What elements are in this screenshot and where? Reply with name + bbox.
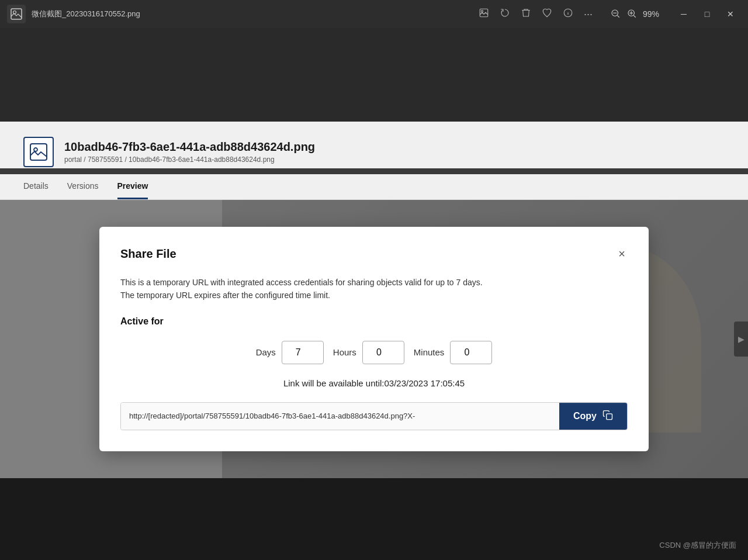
toolbar-actions: ··· xyxy=(479,8,593,21)
tabs-area: Details Versions Preview xyxy=(0,174,748,200)
days-input[interactable] xyxy=(282,341,324,364)
restore-button[interactable]: □ xyxy=(697,5,718,23)
copy-button[interactable]: Copy xyxy=(559,403,627,430)
svg-point-1 xyxy=(13,11,16,14)
minimize-button[interactable]: ─ xyxy=(673,5,694,23)
info-icon[interactable] xyxy=(563,8,573,21)
hours-input[interactable] xyxy=(362,341,404,364)
tab-versions[interactable]: Versions xyxy=(67,174,99,199)
app-icon xyxy=(7,5,26,23)
modal-description: This is a temporary URL with integrated … xyxy=(120,276,628,302)
copy-icon xyxy=(602,410,613,423)
copy-button-label: Copy xyxy=(573,411,597,421)
time-fields: Days Hours Minutes xyxy=(120,341,628,364)
description-line1: This is a temporary URL with integrated … xyxy=(120,278,483,287)
file-details-text: 10badb46-7fb3-6ae1-441a-adb88d43624d.png… xyxy=(64,140,315,164)
file-name: 10badb46-7fb3-6ae1-441a-adb88d43624d.png xyxy=(64,140,315,154)
zoom-level: 99% xyxy=(643,9,659,19)
url-input[interactable] xyxy=(121,403,559,430)
svg-rect-2 xyxy=(480,9,488,17)
svg-rect-12 xyxy=(30,144,47,160)
link-available-text: Link will be available until:03/23/2023 … xyxy=(120,378,628,388)
modal-title: Share File xyxy=(120,247,176,261)
titlebar: 微信截图_20230316170552.png ··· 99% ─ □ ✕ xyxy=(0,0,748,28)
delete-icon[interactable] xyxy=(521,8,531,21)
minutes-label: Minutes xyxy=(414,347,445,357)
days-label: Days xyxy=(256,347,276,357)
tab-preview[interactable]: Preview xyxy=(117,174,148,199)
minutes-input[interactable] xyxy=(450,341,492,364)
modal-close-button[interactable]: × xyxy=(616,246,628,262)
url-row: Copy xyxy=(120,402,628,430)
favorite-icon[interactable] xyxy=(542,8,552,21)
svg-rect-14 xyxy=(607,414,612,420)
main-area: 10badb46-7fb3-6ae1-441a-adb88d43624d.png… xyxy=(0,28,748,560)
svg-point-3 xyxy=(481,10,483,12)
zoom-in-button[interactable] xyxy=(626,8,637,20)
more-icon[interactable]: ··· xyxy=(584,8,593,20)
tab-details[interactable]: Details xyxy=(23,174,49,199)
window-buttons: ─ □ ✕ xyxy=(673,5,741,23)
file-icon xyxy=(23,137,54,167)
image-section xyxy=(0,28,748,122)
zoom-controls: 99% xyxy=(610,8,659,20)
active-for-label: Active for xyxy=(120,316,628,327)
days-field-group: Days xyxy=(256,341,324,364)
watermark: CSDN @感冒的方便面 xyxy=(659,540,736,551)
zoom-out-button[interactable] xyxy=(610,8,621,20)
svg-rect-0 xyxy=(11,9,22,19)
content-area: ▶ Share File × This is a temporary URL w… xyxy=(0,200,748,478)
minutes-field-group: Minutes xyxy=(414,341,493,364)
edit-icon[interactable] xyxy=(479,8,489,21)
rotate-icon[interactable] xyxy=(500,8,510,21)
file-info-panel: 10badb46-7fb3-6ae1-441a-adb88d43624d.png… xyxy=(0,122,748,168)
description-line2: The temporary URL expires after the conf… xyxy=(120,291,330,300)
hours-label: Hours xyxy=(333,347,356,357)
file-path: portal / 758755591 / 10badb46-7fb3-6ae1-… xyxy=(64,155,315,164)
close-button[interactable]: ✕ xyxy=(720,5,741,23)
share-file-modal: Share File × This is a temporary URL wit… xyxy=(99,227,649,451)
window-title: 微信截图_20230316170552.png xyxy=(32,9,479,19)
modal-header: Share File × xyxy=(120,246,628,262)
bottom-area xyxy=(0,478,748,560)
hours-field-group: Hours xyxy=(333,341,404,364)
